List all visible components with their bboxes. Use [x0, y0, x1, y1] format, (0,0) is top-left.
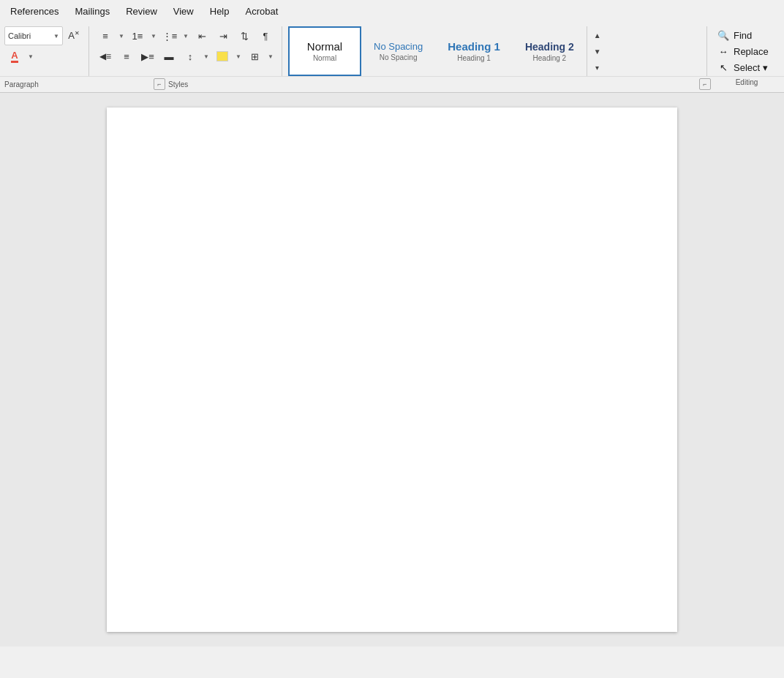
styles-gallery: Normal Normal No Spacing No Spacing Head… [288, 26, 587, 76]
clear-formatting-icon: A✕ [68, 30, 80, 41]
style-heading2-label: Heading 2 [533, 54, 567, 62]
styles-gallery-wrap: Normal Normal No Spacing No Spacing Head… [288, 26, 704, 76]
style-heading1-label: Heading 1 [457, 54, 491, 62]
style-normal[interactable]: Normal Normal [288, 26, 361, 76]
borders-icon: ⊞ [251, 51, 259, 62]
font-color-dropdown[interactable]: ▼ [26, 47, 36, 66]
menu-acrobat[interactable]: Acrobat [238, 3, 286, 20]
menu-help[interactable]: Help [203, 3, 237, 20]
multilevel-btn[interactable]: ⋮≡ [159, 26, 180, 45]
font-group: Calibri ▼ A✕ A ▼ [4, 26, 89, 76]
line-spacing-caret: ▼ [203, 53, 209, 60]
styles-more-btn[interactable]: ▾ [590, 60, 605, 75]
menu-review[interactable]: Review [118, 3, 165, 20]
style-normal-text: Normal [307, 40, 342, 53]
select-icon: ↖ [717, 61, 729, 73]
multilevel-dropdown[interactable]: ▼ [181, 26, 191, 45]
menu-view[interactable]: View [166, 3, 201, 20]
styles-scroll-down[interactable]: ▼ [590, 44, 605, 59]
styles-scroll-up[interactable]: ▲ [590, 28, 605, 42]
styles-expand-col: ▲ ▼ ▾ [587, 26, 608, 76]
show-para-icon: ¶ [263, 31, 268, 42]
decrease-indent-btn[interactable]: ⇤ [192, 26, 212, 45]
shading-icon [216, 51, 228, 61]
editing-group: 🔍 Find ↔ Replace ↖ Select ▾ [706, 26, 780, 76]
align-left-btn[interactable]: ◀≡ [95, 47, 116, 66]
find-icon: 🔍 [717, 29, 729, 41]
line-spacing-icon: ↕ [188, 51, 193, 62]
styles-expand-launcher[interactable]: ⌐ [699, 78, 711, 90]
shading-caret: ▼ [235, 53, 241, 60]
select-label: Select ▾ [734, 62, 768, 73]
style-heading1[interactable]: Heading 1 Heading 1 [435, 26, 513, 76]
style-no-spacing-text: No Spacing [374, 41, 423, 52]
font-color-btn[interactable]: A [4, 47, 25, 66]
bullets-icon: ≡ [102, 31, 108, 42]
editing-section-label: Editing [736, 78, 758, 86]
borders-dropdown[interactable]: ▼ [265, 47, 276, 66]
menu-mailings[interactable]: Mailings [67, 3, 117, 20]
style-normal-label: Normal [313, 54, 336, 62]
paragraph-section-label: Paragraph [4, 80, 39, 88]
replace-icon: ↔ [717, 45, 729, 57]
multilevel-icon: ⋮≡ [162, 31, 178, 42]
numbering-caret: ▼ [151, 33, 157, 39]
bullets-btn[interactable]: ≡ [95, 26, 116, 45]
style-heading2-text: Heading 2 [525, 41, 574, 53]
numbering-dropdown[interactable]: ▼ [148, 26, 159, 45]
justify-btn[interactable]: ▬ [159, 47, 179, 66]
style-no-spacing-label: No Spacing [380, 53, 418, 61]
find-label: Find [734, 30, 752, 41]
decrease-indent-icon: ⇤ [198, 31, 206, 42]
show-para-btn[interactable]: ¶ [255, 26, 276, 45]
align-right-btn[interactable]: ▶≡ [137, 47, 158, 66]
align-center-btn[interactable]: ≡ [116, 47, 137, 66]
borders-caret: ▼ [268, 53, 274, 60]
font-color-icon: A [11, 50, 18, 63]
ribbon: Calibri ▼ A✕ A ▼ ≡ [0, 22, 784, 93]
align-left-icon: ◀≡ [99, 51, 111, 61]
borders-btn[interactable]: ⊞ [244, 47, 265, 66]
select-btn[interactable]: ↖ Select ▾ [713, 60, 774, 75]
increase-indent-btn[interactable]: ⇥ [213, 26, 233, 45]
justify-icon: ▬ [165, 51, 174, 62]
bullets-caret: ▼ [118, 33, 124, 39]
clear-formatting-btn[interactable]: A✕ [64, 26, 84, 45]
sort-icon: ⇅ [241, 31, 249, 42]
find-btn[interactable]: 🔍 Find [713, 28, 774, 42]
paragraph-expand-launcher[interactable]: ⌐ [154, 78, 165, 90]
paragraph-group: ≡ ▼ 1≡ ▼ ⋮≡ ▼ [95, 26, 282, 76]
replace-label: Replace [734, 46, 769, 57]
replace-btn[interactable]: ↔ Replace [713, 44, 774, 59]
ribbon-main: Calibri ▼ A✕ A ▼ ≡ [0, 23, 784, 76]
font-color-caret: ▼ [28, 53, 34, 60]
style-heading1-text: Heading 1 [448, 40, 500, 53]
sort-btn[interactable]: ⇅ [234, 26, 255, 45]
increase-indent-icon: ⇥ [219, 31, 227, 42]
shading-btn[interactable] [212, 47, 233, 66]
shading-dropdown[interactable]: ▼ [233, 47, 244, 66]
styles-section-label: Styles [168, 80, 188, 88]
document-page[interactable] [107, 108, 677, 632]
font-name-dropdown[interactable]: Calibri ▼ [4, 26, 63, 45]
align-right-icon: ▶≡ [141, 51, 154, 62]
align-center-icon: ≡ [124, 51, 129, 62]
numbering-btn[interactable]: 1≡ [127, 26, 148, 45]
document-area [0, 93, 784, 647]
section-label-strip: Paragraph ⌐ Styles ⌐ Editing [0, 76, 784, 92]
menu-bar: References Mailings Review View Help Acr… [0, 0, 784, 22]
menu-references[interactable]: References [3, 3, 66, 20]
numbering-icon: 1≡ [132, 31, 143, 42]
style-heading2[interactable]: Heading 2 Heading 2 [513, 26, 587, 76]
line-spacing-btn[interactable]: ↕ [180, 47, 200, 66]
style-no-spacing[interactable]: No Spacing No Spacing [361, 26, 435, 76]
multilevel-caret: ▼ [183, 33, 189, 39]
bullets-dropdown[interactable]: ▼ [116, 26, 127, 45]
line-spacing-dropdown[interactable]: ▼ [201, 47, 211, 66]
